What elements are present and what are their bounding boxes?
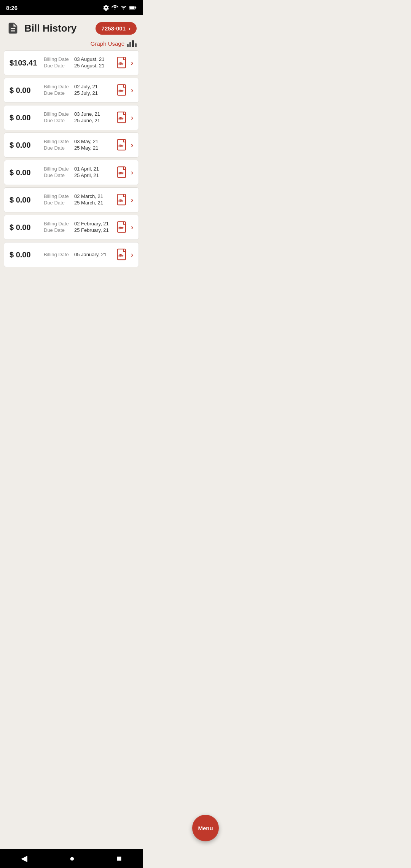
billing-date-label: Billing Date (44, 221, 71, 227)
due-date-row: Due Date 25 March, 21 (44, 200, 112, 206)
pdf-icon-btn[interactable]: PDF (116, 56, 129, 70)
bill-amount: $ 0.00 (10, 196, 40, 204)
account-badge[interactable]: 7253-001 › (96, 22, 137, 35)
due-date-row: Due Date 25 February, 21 (44, 227, 112, 233)
bill-item[interactable]: $ 0.00 Billing Date 02 March, 21 Due Dat… (4, 187, 139, 212)
graph-usage-icon (127, 40, 137, 47)
chevron-right-icon: › (131, 196, 133, 204)
billing-date-row: Billing Date 03 June, 21 (44, 111, 112, 117)
due-date-row: Due Date 25 August, 21 (44, 63, 112, 69)
bill-dates: Billing Date 05 January, 21 (40, 252, 116, 258)
bill-item[interactable]: $ 0.00 Billing Date 05 January, 21 PDF › (4, 242, 139, 267)
due-date-label: Due Date (44, 172, 71, 178)
pdf-icon: PDF (116, 194, 129, 206)
due-date-value: 25 August, 21 (74, 63, 105, 69)
due-date-label: Due Date (44, 227, 71, 233)
billing-date-label: Billing Date (44, 139, 71, 144)
nav-bar: ◀ ● ■ (0, 849, 143, 868)
bill-actions: PDF › (116, 138, 133, 152)
due-date-label: Due Date (44, 145, 71, 151)
due-date-value: 25 July, 21 (74, 90, 98, 96)
bill-amount: $ 0.00 (10, 223, 40, 232)
bill-amount: $ 0.00 (10, 113, 40, 122)
billing-date-row: Billing Date 01 April, 21 (44, 166, 112, 172)
billing-date-row: Billing Date 05 January, 21 (44, 252, 112, 257)
due-date-value: 25 April, 21 (74, 172, 99, 178)
billing-date-label: Billing Date (44, 193, 71, 199)
chevron-right-icon: › (131, 86, 133, 94)
pdf-icon-btn[interactable]: PDF (116, 193, 129, 207)
recent-button[interactable]: ■ (109, 850, 129, 866)
bill-actions: PDF › (116, 166, 133, 179)
pdf-icon-btn[interactable]: PDF (116, 220, 129, 234)
billing-date-value: 03 August, 21 (74, 56, 105, 62)
bill-amount: $ 0.00 (10, 168, 40, 177)
due-date-label: Due Date (44, 63, 71, 69)
due-date-label: Due Date (44, 200, 71, 206)
due-date-row: Due Date 25 June, 21 (44, 118, 112, 123)
billing-date-value: 02 July, 21 (74, 84, 98, 89)
due-date-value: 25 June, 21 (74, 118, 100, 123)
home-button[interactable]: ● (62, 850, 82, 866)
pdf-icon-btn[interactable]: PDF (116, 248, 129, 262)
bill-actions: PDF › (116, 56, 133, 70)
pdf-icon-btn[interactable]: PDF (116, 166, 129, 179)
bill-dates: Billing Date 03 June, 21 Due Date 25 Jun… (40, 111, 116, 124)
bill-item[interactable]: $ 0.00 Billing Date 02 February, 21 Due … (4, 215, 139, 240)
billing-date-value: 01 April, 21 (74, 166, 99, 172)
due-date-value: 25 February, 21 (74, 227, 109, 233)
bill-item[interactable]: $103.41 Billing Date 03 August, 21 Due D… (4, 50, 139, 75)
billing-date-value: 02 March, 21 (74, 193, 103, 199)
bill-amount: $103.41 (10, 59, 40, 67)
bill-dates: Billing Date 02 February, 21 Due Date 25… (40, 221, 116, 234)
bill-list: $103.41 Billing Date 03 August, 21 Due D… (0, 50, 143, 267)
status-bar: 8:26 (0, 0, 143, 15)
billing-date-value: 05 January, 21 (74, 252, 107, 257)
chevron-right-icon: › (131, 114, 133, 122)
pdf-icon: PDF (116, 84, 129, 96)
billing-date-row: Billing Date 03 August, 21 (44, 56, 112, 62)
chevron-right-icon: › (131, 251, 133, 259)
pdf-icon: PDF (116, 57, 129, 69)
due-date-value: 25 March, 21 (74, 200, 103, 206)
billing-date-row: Billing Date 02 July, 21 (44, 84, 112, 89)
bill-actions: PDF › (116, 83, 133, 97)
bill-item[interactable]: $ 0.00 Billing Date 03 May, 21 Due Date … (4, 132, 139, 158)
due-date-row: Due Date 25 April, 21 (44, 172, 112, 178)
pdf-icon-btn[interactable]: PDF (116, 83, 129, 97)
due-date-label: Due Date (44, 90, 71, 96)
bill-actions: PDF › (116, 193, 133, 207)
pdf-icon: PDF (116, 221, 129, 233)
status-icons (103, 5, 137, 11)
bill-item[interactable]: $ 0.00 Billing Date 01 April, 21 Due Dat… (4, 160, 139, 185)
signal-icon (121, 5, 127, 11)
account-badge-arrow: › (129, 25, 131, 32)
pdf-icon-btn[interactable]: PDF (116, 111, 129, 124)
chevron-right-icon: › (131, 223, 133, 231)
pdf-icon-btn[interactable]: PDF (116, 138, 129, 152)
settings-icon (103, 5, 109, 11)
due-date-label: Due Date (44, 118, 71, 123)
bill-item[interactable]: $ 0.00 Billing Date 02 July, 21 Due Date… (4, 78, 139, 103)
bill-amount: $ 0.00 (10, 86, 40, 95)
billing-date-row: Billing Date 02 March, 21 (44, 193, 112, 199)
chevron-right-icon: › (131, 169, 133, 177)
account-number: 7253-001 (102, 25, 126, 32)
billing-date-label: Billing Date (44, 84, 71, 89)
bill-item[interactable]: $ 0.00 Billing Date 03 June, 21 Due Date… (4, 105, 139, 130)
back-button[interactable]: ◀ (13, 850, 35, 866)
billing-date-label: Billing Date (44, 252, 71, 257)
pdf-icon: PDF (116, 112, 129, 124)
bill-actions: PDF › (116, 220, 133, 234)
bill-actions: PDF › (116, 248, 133, 262)
billing-date-label: Billing Date (44, 111, 71, 117)
pdf-icon: PDF (116, 166, 129, 179)
graph-usage-bar: Graph Usage (0, 38, 143, 50)
billing-date-value: 03 June, 21 (74, 111, 100, 117)
bill-history-icon (6, 21, 20, 35)
graph-usage-link[interactable]: Graph Usage (91, 40, 124, 47)
header-left: Bill History (6, 21, 76, 35)
pdf-icon: PDF (116, 139, 129, 151)
bill-amount: $ 0.00 (10, 141, 40, 150)
header: Bill History 7253-001 › (0, 15, 143, 38)
